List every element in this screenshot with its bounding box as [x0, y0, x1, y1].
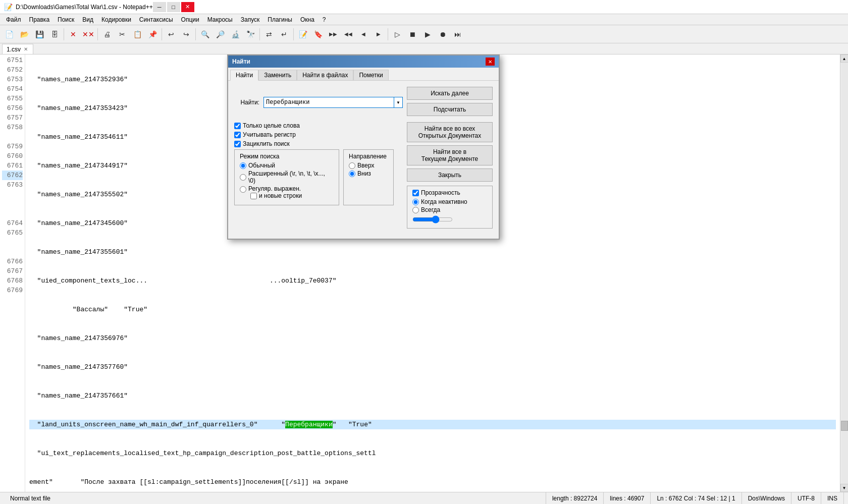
tb-open[interactable]: 📂 [17, 27, 31, 41]
tb-find[interactable]: 🔍 [198, 27, 212, 41]
tb-copy[interactable]: 📋 [130, 27, 144, 41]
minimize-button[interactable]: ─ [153, 2, 166, 12]
tab-close-icon[interactable]: ✕ [23, 46, 29, 52]
dir-down-row: Вниз [349, 170, 388, 177]
tb-cut[interactable]: ✂ [115, 27, 129, 41]
dialog-tab-replace[interactable]: Заменить [258, 70, 297, 80]
tb-close[interactable]: ✕ [66, 27, 80, 41]
dialog-tab-marks[interactable]: Пометки [353, 70, 388, 80]
find-all-current-button[interactable]: Найти все в Текущем Документе [407, 145, 493, 165]
dir-up-radio[interactable] [349, 162, 355, 169]
menu-bar: Файл Правка Поиск Вид Кодировки Синтакси… [0, 14, 848, 25]
tb-mark[interactable]: 📝 [296, 27, 310, 41]
status-position: Ln : 6762 Col : 74 Sel : 12 | 1 [651, 492, 741, 504]
tb-sep-7 [388, 28, 388, 40]
mode-normal-radio[interactable] [240, 162, 246, 169]
mode-extended-radio[interactable] [240, 174, 246, 181]
tb-step[interactable]: ⏭ [451, 27, 465, 41]
menu-syntax[interactable]: Синтаксисы [135, 15, 177, 24]
trans-inactive-radio[interactable] [412, 199, 419, 205]
menu-edit[interactable]: Правка [25, 15, 54, 24]
close-button[interactable]: Закрыть [407, 169, 493, 182]
dialog-body: Найти: ▼ Искать далее Подсчитать [228, 81, 499, 239]
tb-bookmark[interactable]: 🔖 [311, 27, 325, 41]
menu-options[interactable]: Опции [177, 15, 203, 24]
tb-run[interactable]: ▷ [390, 27, 404, 41]
count-button[interactable]: Подсчитать [407, 103, 493, 116]
menu-file[interactable]: Файл [2, 15, 25, 24]
title-bar: 📝 D:\Downloads\Games\Total War\1.csv - N… [0, 0, 848, 14]
tb-b1[interactable]: ▶▶ [326, 27, 340, 41]
tb-save[interactable]: 💾 [32, 27, 46, 41]
trans-always-label: Всегда [421, 206, 440, 213]
tb-play[interactable]: ▶ [420, 27, 435, 41]
dialog-title: Найти [232, 58, 486, 65]
whole-word-row: Только целые слова [234, 122, 394, 129]
menu-plugins[interactable]: Плагины [263, 15, 296, 24]
maximize-button[interactable]: □ [167, 2, 180, 12]
tb-zoom-out[interactable]: 🔭 [243, 27, 257, 41]
dir-down-radio[interactable] [349, 171, 355, 177]
direction-box: Направление Вверх Вниз [343, 149, 394, 205]
tb-sep-5 [259, 28, 260, 40]
search-next-button[interactable]: Искать далее [407, 87, 493, 100]
close-button[interactable]: ✕ [181, 2, 194, 12]
tb-zoom-in[interactable]: 🔬 [228, 27, 242, 41]
tb-b4[interactable]: ▶ [372, 27, 386, 41]
tb-b2[interactable]: ◀◀ [341, 27, 355, 41]
status-encoding-dos: Dos\Windows [742, 492, 791, 504]
dir-up-label: Вверх [357, 162, 374, 169]
mode-normal-label: Обычный [248, 162, 275, 169]
tb-sep-4 [195, 28, 196, 40]
match-case-checkbox[interactable] [234, 132, 241, 138]
tab-label: 1.csv [7, 46, 21, 53]
tb-undo[interactable]: ↩ [164, 27, 178, 41]
menu-view[interactable]: Вид [78, 15, 97, 24]
tb-print[interactable]: 🖨 [100, 27, 114, 41]
match-case-row: Учитывать регистр [234, 131, 394, 138]
trans-always-radio[interactable] [412, 207, 419, 213]
window-title: D:\Downloads\Games\Total War\1.csv - Not… [16, 4, 153, 11]
find-all-open-button[interactable]: Найти все во всех Открытых Документах [407, 122, 493, 142]
menu-encoding[interactable]: Кодировки [97, 15, 135, 24]
tb-new[interactable]: 📄 [2, 27, 16, 41]
dialog-options-right: Найти все во всех Открытых Документах На… [402, 122, 493, 233]
tb-close-all[interactable]: ✕✕ [81, 27, 95, 41]
tb-sync[interactable]: ⇄ [262, 27, 276, 41]
tb-stop[interactable]: ⏹ [405, 27, 419, 41]
wrap-around-row: Зациклить поиск [234, 140, 394, 147]
tb-replace[interactable]: 🔎 [213, 27, 227, 41]
find-dropdown-arrow[interactable]: ▼ [394, 97, 403, 108]
status-mode: INS [821, 492, 844, 504]
dialog-tab-find-in-files[interactable]: Найти в файлах [297, 70, 353, 80]
menu-windows[interactable]: Окна [296, 15, 319, 24]
dialog-close-button[interactable]: ✕ [486, 58, 495, 66]
trans-inactive-label: Когда неактивно [421, 198, 467, 205]
tb-sep-6 [293, 28, 294, 40]
menu-macros[interactable]: Макросы [203, 15, 237, 24]
transparency-checkbox[interactable] [412, 190, 419, 196]
mode-regex-radio[interactable] [240, 186, 246, 193]
tb-rec[interactable]: ⏺ [436, 27, 450, 41]
status-bar: Normal text file length : 8922724 lines … [0, 492, 848, 504]
tb-wrap[interactable]: ↵ [277, 27, 291, 41]
tb-sep-2 [97, 28, 98, 40]
find-input[interactable] [263, 97, 394, 108]
tb-save-all[interactable]: 🗄 [47, 27, 62, 41]
trans-inactive-row: Когда неактивно [412, 198, 487, 205]
whole-word-checkbox[interactable] [234, 123, 241, 129]
status-file-type: Normal text file [4, 492, 546, 504]
tb-paste[interactable]: 📌 [145, 27, 160, 41]
new-lines-checkbox[interactable] [250, 193, 257, 199]
transparency-slider[interactable] [412, 215, 453, 223]
menu-search[interactable]: Поиск [54, 15, 78, 24]
tb-b3[interactable]: ◀ [356, 27, 370, 41]
mode-regex-row: Регуляр. выражен. и новые строки [240, 185, 334, 201]
wrap-around-checkbox[interactable] [234, 141, 241, 147]
menu-help[interactable]: ? [319, 15, 330, 24]
menu-run[interactable]: Запуск [237, 15, 264, 24]
transparency-box: Прозрачность Когда неактивно Всегда [407, 186, 493, 229]
dialog-tab-find[interactable]: Найти [230, 70, 258, 81]
tb-redo[interactable]: ↪ [179, 27, 193, 41]
tab-1csv[interactable]: 1.csv ✕ [2, 44, 33, 54]
